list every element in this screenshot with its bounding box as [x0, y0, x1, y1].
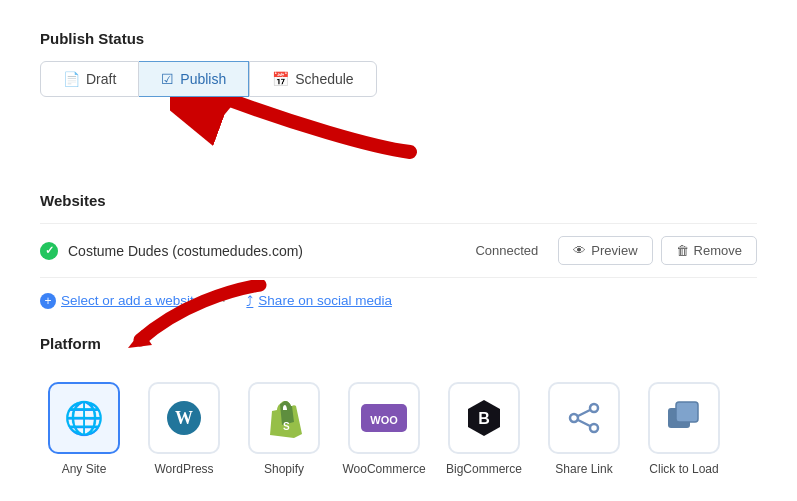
- svg-line-13: [578, 410, 590, 416]
- woocommerce-icon-box: WOO: [348, 382, 420, 454]
- platform-item-woocommerce[interactable]: WOO WooCommerce: [340, 382, 428, 476]
- website-actions: 👁 Preview 🗑 Remove: [558, 236, 757, 265]
- platform-item-share-link[interactable]: Share Link: [540, 382, 628, 476]
- platform-red-arrow-svg: [120, 280, 280, 350]
- platform-item-wordpress[interactable]: W WordPress: [140, 382, 228, 476]
- connected-badge: Connected: [475, 243, 538, 258]
- svg-point-10: [570, 414, 578, 422]
- platform-item-bigcommerce[interactable]: B BigCommerce: [440, 382, 528, 476]
- click-to-load-label: Click to Load: [649, 462, 718, 476]
- svg-point-11: [590, 404, 598, 412]
- shopify-icon-box: S: [248, 382, 320, 454]
- platform-arrow-annotation: [120, 280, 280, 354]
- trash-icon: 🗑: [676, 243, 689, 258]
- platform-item-shopify[interactable]: S Shopify: [240, 382, 328, 476]
- bigcommerce-label: BigCommerce: [446, 462, 522, 476]
- bigcommerce-icon-box: B: [448, 382, 520, 454]
- svg-text:B: B: [478, 410, 490, 427]
- share-link-label: Share Link: [555, 462, 612, 476]
- publish-label: Publish: [180, 71, 226, 87]
- svg-text:W: W: [175, 408, 193, 428]
- shopify-label: Shopify: [264, 462, 304, 476]
- publish-status-section: Publish Status 📄 Draft ☑ Publish 📅 Sched…: [40, 30, 757, 162]
- platform-item-any-site[interactable]: 🌐 Any Site: [40, 382, 128, 476]
- share-link-icon: [566, 400, 602, 436]
- website-row: Costume Dudes (costumedudes.com) Connect…: [40, 223, 757, 278]
- wordpress-icon: W: [166, 400, 202, 436]
- platform-title: Platform: [40, 335, 101, 352]
- svg-point-12: [590, 424, 598, 432]
- remove-label: Remove: [694, 243, 742, 258]
- share-link-icon-box: [548, 382, 620, 454]
- shopify-icon: S: [266, 398, 302, 438]
- globe-icon: 🌐: [64, 399, 104, 437]
- preview-button[interactable]: 👁 Preview: [558, 236, 652, 265]
- any-site-label: Any Site: [62, 462, 107, 476]
- schedule-icon: 📅: [272, 71, 289, 87]
- platform-section: Platform 🌐 Any Site W WordPres: [40, 335, 757, 476]
- draft-button[interactable]: 📄 Draft: [40, 61, 139, 97]
- publish-arrow-annotation: [170, 92, 757, 162]
- platform-title-row: Platform: [40, 335, 757, 366]
- websites-title: Websites: [40, 192, 757, 209]
- eye-icon: 👁: [573, 243, 586, 258]
- woocommerce-label: WooCommerce: [342, 462, 425, 476]
- wordpress-label: WordPress: [154, 462, 213, 476]
- svg-rect-16: [676, 402, 698, 422]
- publish-status-title: Publish Status: [40, 30, 757, 47]
- website-connected-dot: [40, 242, 58, 260]
- svg-text:S: S: [283, 421, 290, 432]
- platform-item-click-to-load[interactable]: Click to Load: [640, 382, 728, 476]
- wordpress-icon-box: W: [148, 382, 220, 454]
- svg-text:WOO: WOO: [370, 414, 398, 426]
- bigcommerce-icon: B: [466, 398, 502, 438]
- click-to-load-icon-box: [648, 382, 720, 454]
- plus-icon: +: [40, 293, 56, 309]
- remove-button[interactable]: 🗑 Remove: [661, 236, 757, 265]
- woocommerce-icon: WOO: [361, 404, 407, 432]
- draft-label: Draft: [86, 71, 116, 87]
- red-arrow-svg: [170, 92, 470, 162]
- any-site-icon-box: 🌐: [48, 382, 120, 454]
- click-to-load-icon: [666, 400, 702, 436]
- website-name: Costume Dudes (costumedudes.com): [68, 243, 475, 259]
- draft-icon: 📄: [63, 71, 80, 87]
- platform-grid: 🌐 Any Site W WordPress S: [40, 382, 757, 476]
- svg-line-14: [578, 420, 590, 426]
- publish-button[interactable]: ☑ Publish: [139, 61, 249, 97]
- preview-label: Preview: [591, 243, 637, 258]
- publish-icon: ☑: [161, 71, 174, 87]
- schedule-label: Schedule: [295, 71, 353, 87]
